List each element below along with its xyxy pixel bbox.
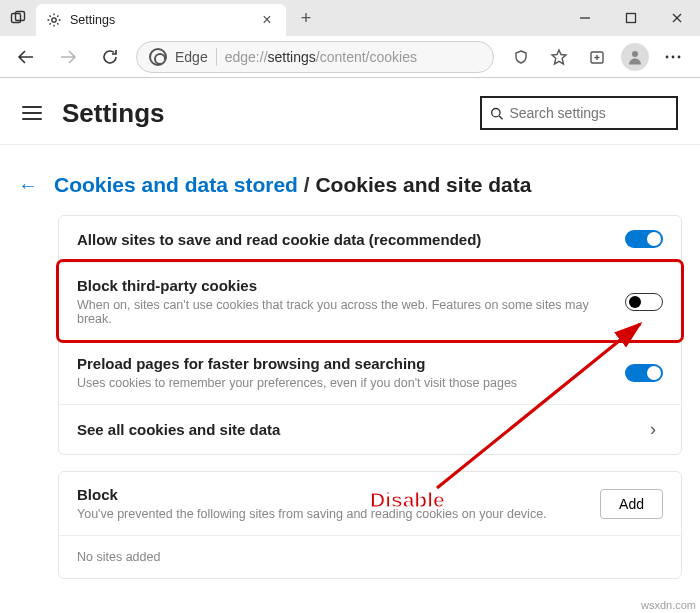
window-titlebar: Settings × + <box>0 0 700 36</box>
settings-menu-button[interactable] <box>22 106 42 120</box>
breadcrumb-current: Cookies and site data <box>315 173 531 196</box>
gear-icon <box>46 12 62 28</box>
url-text: edge://settings/content/cookies <box>225 49 417 65</box>
row-see-all-cookies[interactable]: See all cookies and site data › <box>59 404 681 454</box>
svg-point-11 <box>666 55 669 58</box>
window-minimize-button[interactable] <box>562 0 608 36</box>
row-allow-cookies: Allow sites to save and read cookie data… <box>59 216 681 262</box>
watermark: wsxdn.com <box>641 599 696 611</box>
svg-point-14 <box>492 108 500 116</box>
row-block-section: Block You've prevented the following sit… <box>59 472 681 535</box>
page-title: Settings <box>62 98 165 129</box>
settings-search-input[interactable] <box>509 105 668 121</box>
url-brand: Edge <box>175 49 208 65</box>
profile-button[interactable] <box>618 40 652 74</box>
breadcrumb: ← Cookies and data stored / Cookies and … <box>18 173 682 197</box>
breadcrumb-parent-link[interactable]: Cookies and data stored <box>54 173 298 196</box>
svg-point-12 <box>672 55 675 58</box>
nav-refresh-button[interactable] <box>94 41 126 73</box>
row-title: Allow sites to save and read cookie data… <box>77 231 611 248</box>
block-empty-state: No sites added <box>59 535 681 578</box>
block-sites-group: Block You've prevented the following sit… <box>58 471 682 579</box>
toggle-preload-pages[interactable] <box>625 364 663 382</box>
breadcrumb-back-button[interactable]: ← <box>18 174 38 197</box>
row-title: Block <box>77 486 586 503</box>
tab-title: Settings <box>70 13 250 27</box>
row-desc: When on, sites can't use cookies that tr… <box>77 298 611 326</box>
url-omnibox[interactable]: Edge edge://settings/content/cookies <box>136 41 494 73</box>
app-menu-button[interactable] <box>656 40 690 74</box>
new-tab-button[interactable]: + <box>290 2 322 34</box>
settings-header: Settings <box>0 78 700 145</box>
svg-point-2 <box>52 18 56 22</box>
row-desc: Uses cookies to remember your preference… <box>77 376 611 390</box>
window-maximize-button[interactable] <box>608 0 654 36</box>
settings-search[interactable] <box>480 96 678 130</box>
favorites-button[interactable] <box>542 40 576 74</box>
browser-tab[interactable]: Settings × <box>36 4 286 36</box>
cookie-settings-group: Allow sites to save and read cookie data… <box>58 215 682 455</box>
row-preload-pages: Preload pages for faster browsing and se… <box>59 340 681 404</box>
svg-rect-4 <box>627 14 636 23</box>
site-identity-icon <box>149 48 167 66</box>
url-separator <box>216 48 217 66</box>
svg-point-10 <box>632 51 638 57</box>
row-title: Preload pages for faster browsing and se… <box>77 355 611 372</box>
close-tab-button[interactable]: × <box>258 11 276 29</box>
tab-actions-icon[interactable] <box>0 0 36 36</box>
collections-button[interactable] <box>580 40 614 74</box>
breadcrumb-sep: / <box>304 173 310 196</box>
toggle-allow-cookies[interactable] <box>625 230 663 248</box>
svg-line-15 <box>499 116 502 119</box>
svg-point-13 <box>678 55 681 58</box>
tracking-prevention-icon[interactable] <box>504 40 538 74</box>
add-blocked-site-button[interactable]: Add <box>600 489 663 519</box>
row-block-third-party: Block third-party cookies When on, sites… <box>59 262 681 340</box>
toggle-block-third-party[interactable] <box>625 293 663 311</box>
address-bar: Edge edge://settings/content/cookies <box>0 36 700 78</box>
row-desc: You've prevented the following sites fro… <box>77 507 586 521</box>
search-icon <box>490 106 503 121</box>
chevron-right-icon: › <box>643 419 663 440</box>
nav-forward-button[interactable] <box>52 41 84 73</box>
window-close-button[interactable] <box>654 0 700 36</box>
row-title: See all cookies and site data <box>77 421 629 438</box>
settings-content: ← Cookies and data stored / Cookies and … <box>0 145 700 579</box>
row-title: Block third-party cookies <box>77 277 611 294</box>
nav-back-button[interactable] <box>10 41 42 73</box>
